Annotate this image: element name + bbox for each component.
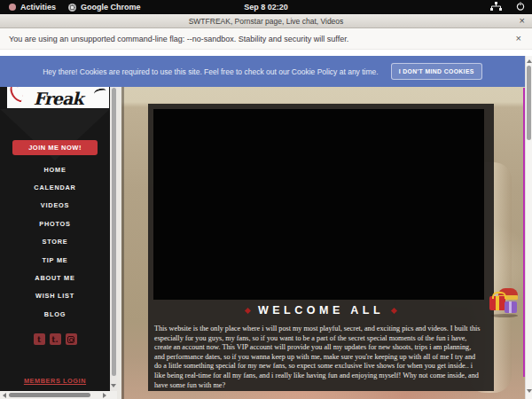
cookie-message: Hey there! Cookies are required to use t…	[43, 67, 378, 76]
gift-shadow	[491, 314, 518, 317]
join-me-now-button[interactable]: JOIN ME NOW!	[12, 140, 98, 155]
page-scroll-up-button[interactable]	[526, 58, 532, 65]
diamond-bullet-icon	[391, 307, 397, 313]
arrow-down-icon	[527, 389, 532, 393]
main-content-area: WELCOME ALL This website is the only pla…	[117, 56, 525, 399]
welcome-heading: WELCOME ALL	[258, 304, 384, 317]
social-links: t t.	[0, 333, 110, 345]
page-vscroll-thumb[interactable]	[527, 66, 531, 140]
sidebar-item-home[interactable]: HOME	[0, 160, 110, 178]
infobar-message: You are using an unsupported command-lin…	[0, 35, 348, 43]
instagram-icon[interactable]	[66, 333, 77, 345]
scroll-left-button[interactable]	[0, 391, 8, 399]
background-wall-edge-dark	[121, 56, 124, 399]
sidebar-item-wish-list[interactable]: WISH LIST	[0, 287, 110, 305]
logo-swash-decoration	[93, 87, 107, 97]
page-scroll-down-button[interactable]	[526, 387, 532, 395]
gnome-top-bar: Activities Google Chrome Sep 8 02:20	[0, 0, 532, 14]
power-icon[interactable]	[516, 2, 525, 12]
page-top-gap	[0, 50, 532, 56]
clock[interactable]: Sep 8 02:20	[0, 3, 532, 12]
sidebar-hscroll-thumb[interactable]	[9, 393, 90, 397]
arrow-left-icon	[3, 393, 6, 398]
sidebar-item-store[interactable]: STORE	[0, 233, 110, 251]
flag-infobar: You are using an unsupported command-lin…	[0, 28, 532, 50]
sidebar-item-photos[interactable]: PHOTOS	[0, 215, 110, 232]
sidebar-item-tip-me[interactable]: TIP ME	[0, 251, 110, 269]
members-login-link[interactable]: MEMBERS LOGIN	[0, 377, 110, 385]
sidebar-vscroll-thumb[interactable]	[112, 88, 116, 376]
logo-text: Freak	[34, 89, 83, 108]
gift-boxes-decoration	[489, 286, 525, 336]
screen: Activities Google Chrome Sep 8 02:20	[0, 0, 532, 399]
arrow-right-icon	[103, 393, 106, 398]
sidebar-item-about-me[interactable]: ABOUT ME	[0, 269, 110, 286]
sidebar-horizontal-scrollbar[interactable]	[0, 391, 117, 399]
tumblr-icon[interactable]: t.	[50, 333, 61, 345]
scroll-right-button[interactable]	[100, 391, 108, 399]
window-title: SWTFREAK, Pornstar page, Live chat, Vide…	[189, 17, 344, 26]
page-viewport: Hey there! Cookies are required to use t…	[0, 56, 532, 399]
sidebar-vertical-scrollbar[interactable]	[110, 56, 117, 391]
purple-gift-icon	[505, 301, 517, 313]
window-titlebar[interactable]: SWTFREAK, Pornstar page, Live chat, Vide…	[0, 14, 532, 28]
arrow-up-icon	[527, 59, 532, 63]
sidebar-item-calendar[interactable]: CALENDAR	[0, 178, 110, 196]
window-close-button[interactable]: ×	[520, 15, 525, 26]
twitter-icon[interactable]: t	[34, 333, 45, 345]
sidebar-item-videos[interactable]: VIDEOS	[0, 197, 110, 215]
sidebar-scroll-down-button[interactable]	[110, 380, 117, 391]
cookie-accept-button[interactable]: I DON'T MIND COOKIES	[391, 63, 482, 80]
cookie-banner: Hey there! Cookies are required to use t…	[0, 56, 525, 87]
sidebar-menu: HOME CALENDAR VIDEOS PHOTOS STORE TIP ME…	[0, 160, 110, 324]
logo-flourish-decoration	[8, 86, 25, 103]
diamond-bullet-icon	[245, 307, 251, 313]
sidebar-item-blog[interactable]: BLOG	[0, 305, 110, 323]
arrow-down-icon	[111, 384, 116, 387]
network-icon[interactable]	[490, 2, 502, 12]
infobar-close-button[interactable]: ×	[516, 33, 521, 43]
page-vertical-scrollbar[interactable]	[525, 56, 532, 399]
red-gift-icon	[489, 296, 505, 310]
welcome-heading-row: WELCOME ALL	[148, 304, 494, 317]
intro-paragraph: This website is the only place where i w…	[154, 325, 481, 390]
instagram-glyph	[67, 336, 74, 343]
sidebar: Freak JOIN ME NOW! HOME CALENDAR VIDEOS …	[0, 56, 110, 391]
video-player[interactable]	[153, 109, 484, 300]
content-panel: WELCOME ALL This website is the only pla…	[148, 104, 494, 391]
